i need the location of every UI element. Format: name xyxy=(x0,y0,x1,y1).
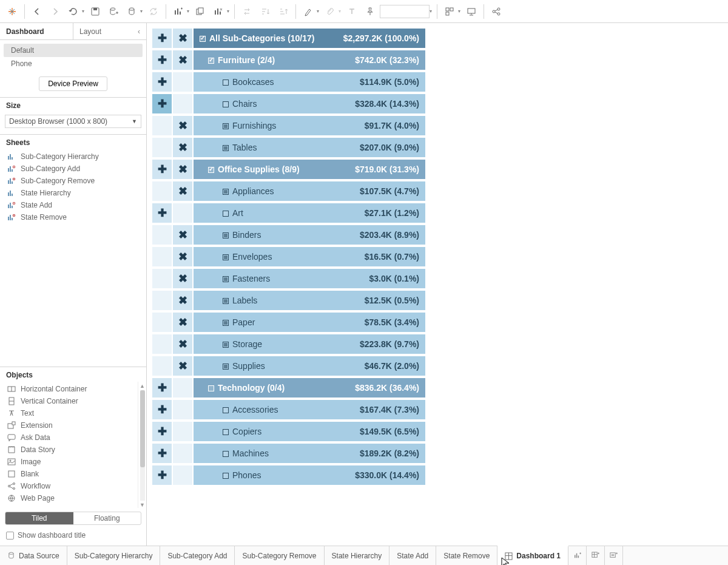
toolbar-field[interactable] xyxy=(380,5,430,18)
remove-button[interactable]: ✖ xyxy=(172,268,193,289)
expand-button[interactable]: ✚ xyxy=(152,28,172,49)
toggle-floating[interactable]: Floating xyxy=(73,512,141,524)
tree-label[interactable]: Accessories $167.4K (7.3%) xyxy=(193,399,426,420)
tree-label[interactable]: Technology (0/4) $836.2K (36.4%) xyxy=(193,377,426,398)
sheet-item[interactable]: Sub-Category Add xyxy=(5,163,141,175)
tab-layout[interactable]: Layout‹ xyxy=(73,23,146,39)
object-item[interactable]: Data Story xyxy=(5,444,133,456)
clear-icon[interactable] xyxy=(210,3,227,20)
duplicate-icon[interactable] xyxy=(192,3,209,20)
tree-label[interactable]: Storage $223.8K (9.7%) xyxy=(193,334,426,354)
dropdown-icon[interactable]: ▾ xyxy=(81,8,86,14)
dropdown-icon[interactable]: ▾ xyxy=(186,8,190,14)
remove-button[interactable]: ✖ xyxy=(172,356,193,376)
remove-button[interactable]: ✖ xyxy=(172,159,193,180)
device-preview-button[interactable]: Device Preview xyxy=(39,76,107,91)
expand-button[interactable] xyxy=(152,290,172,311)
tree-label[interactable]: Office Supplies (8/9) $719.0K (31.3%) xyxy=(193,159,426,180)
new-worksheet-button[interactable] xyxy=(568,546,587,565)
share-icon[interactable] xyxy=(488,3,505,20)
expand-button[interactable]: ✚ xyxy=(152,50,172,70)
tree-label[interactable]: Furnishings $91.7K (4.0%) xyxy=(193,115,426,136)
object-item[interactable]: Ask Data xyxy=(5,431,133,444)
forward-icon[interactable] xyxy=(47,3,64,20)
new-dashboard-button[interactable] xyxy=(587,546,605,565)
object-item[interactable]: Workflow xyxy=(5,480,133,492)
remove-button[interactable]: ✖ xyxy=(172,225,193,245)
tree-label[interactable]: Supplies $46.7K (2.0%) xyxy=(193,356,426,376)
remove-button[interactable]: ✖ xyxy=(172,115,193,136)
remove-button[interactable]: ✖ xyxy=(172,137,193,158)
sheet-item[interactable]: Sub-Category Hierarchy xyxy=(5,151,141,163)
pin-icon[interactable] xyxy=(362,3,379,20)
tableau-logo-icon[interactable] xyxy=(4,3,21,20)
tree-label[interactable]: Labels $12.5K (0.5%) xyxy=(193,290,426,311)
expand-button[interactable]: ✚ xyxy=(152,443,172,464)
tree-label[interactable]: Furniture (2/4) $742.0K (32.3%) xyxy=(193,50,426,70)
tree-label[interactable]: Phones $330.0K (14.4%) xyxy=(193,465,426,485)
toggle-tiled[interactable]: Tiled xyxy=(5,512,73,524)
tree-label[interactable]: Appliances $107.5K (4.7%) xyxy=(193,181,426,201)
sort-desc-icon[interactable] xyxy=(275,3,292,20)
expand-button[interactable]: ✚ xyxy=(152,72,172,92)
expand-button[interactable] xyxy=(152,246,172,267)
expand-button[interactable] xyxy=(152,268,172,289)
tree-label[interactable]: Envelopes $16.5K (0.7%) xyxy=(193,246,426,267)
bottom-tab[interactable]: State Remove xyxy=(436,546,497,565)
expand-button[interactable]: ✚ xyxy=(152,399,172,420)
objects-scrollbar[interactable]: ▲ ▼ xyxy=(138,382,146,508)
dropdown-icon[interactable]: ▾ xyxy=(457,8,462,14)
size-select[interactable]: Desktop Browser (1000 x 800)▼ xyxy=(5,115,141,128)
sheet-item[interactable]: State Remove xyxy=(5,211,141,223)
object-item[interactable]: Vertical Container xyxy=(5,395,133,407)
bottom-tab[interactable]: Sub-Category Add xyxy=(160,546,235,565)
new-story-button[interactable] xyxy=(605,546,623,565)
remove-button[interactable] xyxy=(172,465,193,485)
show-title-row[interactable]: Show dashboard title xyxy=(0,529,146,546)
tree-label[interactable]: Bookcases $114.9K (5.0%) xyxy=(193,72,426,92)
checkbox-icon[interactable] xyxy=(6,532,14,540)
remove-button[interactable]: ✖ xyxy=(172,246,193,267)
expand-button[interactable] xyxy=(152,334,172,354)
object-item[interactable]: Extension xyxy=(5,419,133,431)
swap-icon[interactable] xyxy=(238,3,255,20)
sort-asc-icon[interactable] xyxy=(257,3,274,20)
sheet-item[interactable]: State Hierarchy xyxy=(5,187,141,199)
remove-button[interactable] xyxy=(172,72,193,92)
remove-button[interactable] xyxy=(172,93,193,114)
expand-button[interactable] xyxy=(152,312,172,333)
tree-label[interactable]: Chairs $328.4K (14.3%) xyxy=(193,93,426,114)
tree-label[interactable]: Paper $78.5K (3.4%) xyxy=(193,312,426,333)
dropdown-icon[interactable]: ▾ xyxy=(428,8,433,14)
scroll-down-icon[interactable]: ▼ xyxy=(140,502,145,508)
remove-button[interactable] xyxy=(172,443,193,464)
remove-button[interactable]: ✖ xyxy=(172,290,193,311)
new-worksheet-icon[interactable] xyxy=(170,3,187,20)
device-phone[interactable]: Phone xyxy=(4,57,143,70)
auto-update-icon[interactable] xyxy=(123,3,140,20)
tab-data-source[interactable]: Data Source xyxy=(0,546,67,565)
remove-button[interactable] xyxy=(172,399,193,420)
attach-icon[interactable] xyxy=(322,3,339,20)
tree-label[interactable]: Copiers $149.5K (6.5%) xyxy=(193,421,426,442)
collapse-icon[interactable]: ‹ xyxy=(138,27,140,36)
bottom-tab[interactable]: Dashboard 1 xyxy=(497,546,568,565)
sheet-item[interactable]: State Add xyxy=(5,199,141,211)
dropdown-icon[interactable]: ▾ xyxy=(139,8,144,14)
scroll-up-icon[interactable]: ▲ xyxy=(140,383,145,389)
object-item[interactable]: Text xyxy=(5,407,133,419)
new-data-icon[interactable] xyxy=(105,3,122,20)
presentation-icon[interactable] xyxy=(463,3,480,20)
expand-button[interactable]: ✚ xyxy=(152,93,172,114)
object-item[interactable]: Horizontal Container xyxy=(5,383,133,395)
expand-button[interactable]: ✚ xyxy=(152,159,172,180)
expand-button[interactable]: ✚ xyxy=(152,203,172,223)
refresh-icon[interactable] xyxy=(145,3,162,20)
sheet-item[interactable]: Sub-Category Remove xyxy=(5,175,141,187)
tree-label[interactable]: Machines $189.2K (8.2%) xyxy=(193,443,426,464)
expand-button[interactable] xyxy=(152,115,172,136)
bottom-tab[interactable]: State Add xyxy=(389,546,436,565)
expand-button[interactable] xyxy=(152,225,172,245)
object-item[interactable]: Blank xyxy=(5,468,133,480)
highlight-icon[interactable] xyxy=(300,3,317,20)
